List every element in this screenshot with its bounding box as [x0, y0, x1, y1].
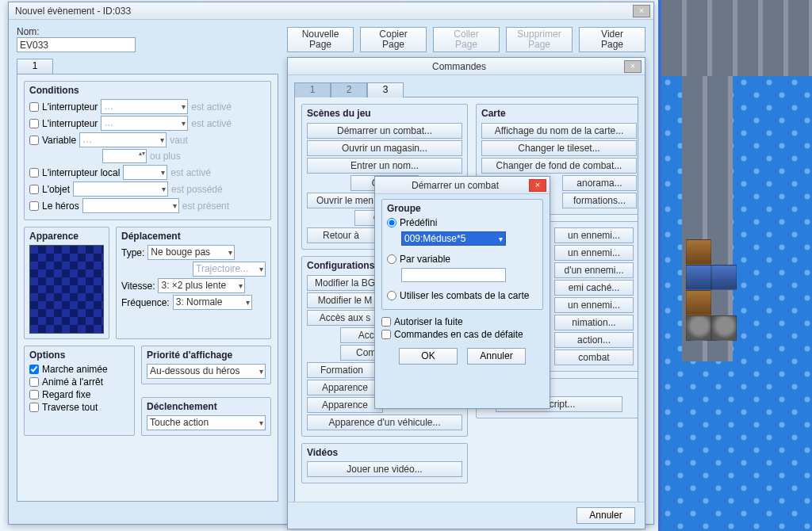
close-icon[interactable]: × — [633, 5, 650, 17]
fix-dir-check[interactable] — [29, 390, 39, 399]
btn-edit-bgm[interactable]: Modifier la BG — [307, 275, 383, 291]
btn-action[interactable]: action... — [554, 332, 634, 348]
switch1-suffix: est activé — [191, 101, 232, 113]
btn-show-mapname[interactable]: Affichage du nom de la carte... — [481, 123, 637, 139]
through-check[interactable] — [29, 403, 39, 412]
switch1-combo[interactable]: … — [101, 99, 188, 114]
new-page-button[interactable]: Nouvelle Page — [287, 27, 354, 52]
btn-enemy4[interactable]: un ennemi... — [554, 297, 634, 313]
var-radio[interactable] — [387, 254, 396, 264]
trigger-legend: Déclenchement — [147, 401, 266, 412]
orplus-lbl: ou plus — [150, 151, 181, 162]
btn-enemyhidden[interactable]: emi caché... — [554, 280, 634, 296]
switch2-combo[interactable]: … — [101, 116, 188, 131]
ok-button[interactable]: OK — [399, 348, 458, 365]
appearance-preview[interactable] — [29, 245, 104, 334]
btn-edit-m[interactable]: Modifier le M — [307, 292, 383, 308]
move-type-combo[interactable]: Ne bouge pas — [147, 245, 235, 260]
btn-change-battleback[interactable]: Changer de fond de combat... — [481, 158, 637, 174]
btn-enemy3[interactable]: d'un ennemi... — [554, 262, 634, 278]
predef-radio[interactable] — [387, 218, 396, 227]
btn-return[interactable]: Retour à — [307, 227, 375, 243]
page-tab-1[interactable]: 1 — [17, 59, 53, 74]
step-anim-check[interactable] — [29, 377, 39, 387]
speed-lbl: Vitesse: — [121, 281, 155, 292]
var-field[interactable] — [401, 268, 506, 282]
btn-combat[interactable]: combat — [554, 350, 634, 365]
usemap-lbl: Utiliser les combats de la carte — [400, 290, 529, 301]
btn-change-tileset[interactable]: Changer le tileset... — [481, 140, 637, 156]
trigger-group: Déclenchement Touche action — [141, 397, 271, 436]
commands-titlebar[interactable]: Commandes × — [288, 58, 645, 75]
btn-enter-name[interactable]: Entrer un nom... — [307, 158, 462, 174]
event-title: Nouvel évènement - ID:033 — [15, 6, 633, 17]
item-lbl: L'objet — [42, 184, 70, 195]
wall-tiles — [661, 0, 812, 76]
commands-cancel-button[interactable]: Annuler — [576, 507, 635, 524]
btn-play-video[interactable]: Jouer une vidéo... — [307, 461, 462, 477]
selfswitch-combo[interactable] — [123, 165, 167, 180]
variable-combo[interactable]: … — [79, 132, 167, 147]
usemap-radio[interactable] — [387, 291, 396, 300]
btn-enemy2[interactable]: un ennemi... — [554, 245, 634, 261]
cmd-tab-1[interactable]: 1 — [294, 82, 331, 97]
btn-enemy1[interactable]: un ennemi... — [554, 227, 634, 243]
event-name-field[interactable] — [17, 37, 136, 52]
btn-vehicle-appearance[interactable]: Apparence d'un véhicule... — [307, 414, 462, 430]
switch2-check[interactable] — [29, 119, 39, 128]
btn-appearance1[interactable]: Apparence — [307, 380, 383, 395]
actor-lbl: Le héros — [42, 201, 79, 212]
troop-combo[interactable]: 009:Méduse*5 — [401, 231, 506, 246]
start-battle-dialog: Démarrer un combat × Groupe Prédéfini 00… — [374, 176, 550, 409]
close-icon[interactable]: × — [624, 60, 642, 73]
options-legend: Options — [29, 350, 129, 361]
combat-titlebar[interactable]: Démarrer un combat × — [375, 177, 550, 194]
rock-sprite-2 — [711, 315, 737, 341]
btn-formation[interactable]: Formation — [307, 362, 377, 378]
item-check[interactable] — [29, 185, 39, 194]
delete-page-button[interactable]: Supprimer Page — [506, 27, 573, 52]
btn-open-shop[interactable]: Ouvrir un magasin... — [307, 140, 462, 156]
item-combo[interactable] — [73, 181, 168, 197]
trigger-combo[interactable]: Touche action — [147, 415, 266, 430]
btn-panorama[interactable]: anorama... — [562, 175, 637, 191]
predef-lbl: Prédéfini — [400, 217, 437, 228]
variable-check[interactable] — [29, 136, 39, 145]
clear-page-button[interactable]: Vider Page — [579, 27, 645, 52]
close-icon[interactable]: × — [529, 179, 546, 192]
speed-combo[interactable]: 3: ×2 plus lente — [158, 278, 245, 293]
cmd-tab-2[interactable]: 2 — [331, 82, 367, 97]
freq-combo[interactable]: 3: Normale — [173, 295, 252, 310]
btn-appearance2[interactable]: Apparence — [307, 397, 383, 413]
event-titlebar[interactable]: Nouvel évènement - ID:033 × — [9, 2, 653, 20]
btn-start-battle[interactable]: Démarrer un combat... — [307, 123, 462, 139]
allow-escape-check[interactable] — [381, 317, 391, 327]
on-lose-lbl: Commandes en cas de défaite — [394, 329, 523, 340]
selfswitch-suffix: est activé — [170, 167, 211, 178]
walk-anim-lbl: Marche animée — [42, 364, 108, 375]
walk-anim-check[interactable] — [29, 365, 39, 374]
movement-group: Déplacement Type: Ne bouge pas Trajectoi… — [116, 227, 271, 339]
cmd-tabs: 1 2 3 — [294, 82, 638, 97]
cmd-tab-3[interactable]: 3 — [367, 82, 404, 97]
cancel-button[interactable]: Annuler — [467, 348, 526, 365]
btn-formations[interactable]: formations... — [562, 193, 637, 208]
scenes-legend: Scènes du jeu — [307, 108, 462, 119]
actor-check[interactable] — [29, 201, 39, 211]
variable-value[interactable] — [102, 149, 147, 163]
actor-combo[interactable] — [82, 198, 179, 213]
btn-open-menu[interactable]: Ouvrir le men — [307, 193, 383, 208]
copy-page-button[interactable]: Copier Page — [360, 27, 427, 52]
on-lose-check[interactable] — [381, 330, 391, 339]
btn-access-s[interactable]: Accès aux s — [307, 310, 383, 326]
paste-page-button[interactable]: Coller Page — [433, 27, 500, 52]
allow-escape-lbl: Autoriser la fuite — [394, 316, 463, 327]
selfswitch-check[interactable] — [29, 168, 39, 178]
btn-animation[interactable]: nimation... — [554, 315, 634, 330]
selfswitch-lbl: L'interrupteur local — [42, 167, 120, 178]
troop-legend: Groupe — [387, 203, 538, 214]
troop-group: Groupe Prédéfini 009:Méduse*5 Par variab… — [381, 199, 543, 310]
priority-combo[interactable]: Au-dessous du héros — [147, 364, 266, 379]
switch1-check[interactable] — [29, 102, 39, 112]
route-button[interactable]: Trajectoire... — [193, 262, 266, 277]
